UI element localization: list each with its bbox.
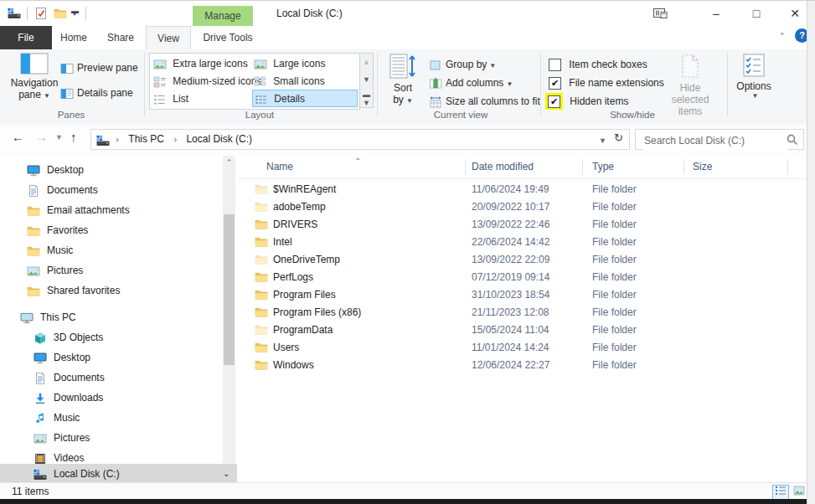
minimize-button[interactable]: – [697,1,735,26]
sidebar-item-shared-favorites[interactable]: Shared favorites [27,280,120,301]
sidebar-item-desktop[interactable]: Desktop [27,160,84,180]
scrollbar-thumb[interactable] [224,214,235,365]
item-check-boxes-checkbox[interactable]: Item check boxes [549,56,647,73]
touch-keyboard-icon[interactable] [653,8,668,19]
breadcrumb-chevron-icon[interactable]: › [114,130,121,149]
folder-icon [27,224,40,238]
collapse-ribbon-icon[interactable]: ⌃ [779,32,786,40]
refresh-icon[interactable]: ↻ [614,131,623,144]
file-name[interactable]: DRIVERS [273,216,317,234]
customize-dropdown-arrow[interactable]: ▼ [71,10,78,18]
preview-pane-button[interactable]: Preview pane [60,59,138,76]
file-name[interactable]: Users [273,339,299,357]
sidebar-item-documents-2[interactable]: Documents [34,368,105,388]
layout-extra-large-icons[interactable]: Extra large icons [153,55,248,72]
options-button[interactable]: Options ▼ [730,53,777,100]
sidebar-item-pictures[interactable]: Pictures [27,260,83,280]
back-icon[interactable]: ← [12,130,24,144]
file-name[interactable]: Intel [273,234,292,251]
search-icon[interactable] [787,134,798,146]
file-name[interactable]: Program Files [273,286,336,304]
file-row[interactable]: DRIVERS 13/09/2022 22:46 File folder [237,216,807,234]
column-headers: ⌃ Name Date modified Type Size [237,156,807,179]
file-row[interactable]: Windows 12/06/2024 22:27 File folder [237,357,807,374]
column-header-date-modified[interactable]: Date modified [472,156,534,178]
search-input[interactable] [642,131,788,150]
breadcrumb-local-disk[interactable]: Local Disk (C:) [181,130,257,149]
hidden-items-checkbox[interactable]: ✔ Hidden items [545,93,628,110]
file-row[interactable]: Program Files 31/10/2023 18:54 File fold… [237,286,807,304]
file-row[interactable]: Users 11/01/2024 14:24 File folder [237,339,807,357]
search-box[interactable] [635,129,804,150]
layout-more-icon[interactable]: ▬▼ [360,90,373,107]
breadcrumb-this-pc[interactable]: This PC [123,130,169,149]
sidebar-item-pictures-2[interactable]: Pictures [34,428,90,448]
add-columns-button[interactable]: Add columns▼ [429,75,513,91]
layout-details-selected[interactable]: Details [252,90,358,107]
column-header-name[interactable]: Name [266,156,293,178]
sort-by-button[interactable]: Sort by▼ [384,53,422,105]
file-name[interactable]: $WinREAgent [273,181,336,198]
tab-home[interactable]: Home [52,26,95,49]
folder-icon [27,285,40,298]
tab-view[interactable]: View [146,26,191,49]
file-row[interactable]: ProgramData 15/05/2024 11:04 File folder [237,321,807,339]
maximize-button[interactable]: □ [737,1,776,26]
contextual-tab-header: Manage [193,6,253,26]
file-name[interactable]: ProgramData [273,321,333,339]
scrollbar-down-icon[interactable]: ⌄ [223,464,230,484]
layout-small-icons[interactable]: Small icons [254,73,325,90]
details-view-toggle[interactable] [772,485,789,500]
sidebar-item-music[interactable]: Music [27,240,73,260]
sidebar-item-desktop-2[interactable]: Desktop [34,347,90,368]
recent-locations-icon[interactable]: ▼ [55,133,63,141]
layout-scroll-down-icon[interactable]: ▼ [360,71,373,89]
size-columns-button[interactable]: Size all columns to fit [429,93,540,110]
sidebar-item-downloads[interactable]: Downloads [34,388,103,408]
layout-scroll-up-icon[interactable]: ▲ [360,54,373,71]
sidebar-item-favorites[interactable]: Favorites [27,220,88,240]
sidebar-item-this-pc[interactable]: This PC [20,307,76,327]
tab-share[interactable]: Share [95,26,146,49]
file-row[interactable]: PerfLogs 07/12/2019 09:14 File folder [237,269,807,286]
file-row[interactable]: $WinREAgent 11/06/2024 19:49 File folder [237,181,807,198]
layout-large-icons[interactable]: Large icons [254,55,325,72]
forward-icon[interactable]: → [35,130,48,144]
up-icon[interactable]: ↑ [70,130,77,144]
address-bar[interactable]: › This PC › Local Disk (C:) ▼ ↻ [90,129,630,150]
new-folder-icon[interactable] [54,7,67,20]
file-name[interactable]: Windows [273,357,314,374]
sidebar-item-documents[interactable]: Documents [27,180,98,200]
desktop-icon [27,164,40,177]
file-type: File folder [592,286,637,304]
tab-file[interactable]: File [0,26,52,49]
size-columns-icon [429,95,442,109]
properties-icon[interactable] [34,7,48,20]
navigation-pane-button[interactable]: Navigation pane▼ [10,53,59,100]
group-by-button[interactable]: Group by▼ [429,56,496,73]
thumbnail-view-toggle[interactable] [791,485,807,500]
sidebar-item-local-disk-selected[interactable]: Local Disk (C:) ⌄ [0,464,237,484]
breadcrumb-chevron-icon[interactable]: › [172,130,178,149]
file-name[interactable]: Program Files (x86) [273,304,361,321]
layout-medium-icons[interactable]: Medium-sized icons [153,73,261,90]
file-name[interactable]: PerfLogs [273,269,313,286]
file-name[interactable]: OneDriveTemp [273,251,340,269]
sidebar-item-3d-objects[interactable]: 3D Objects [34,327,103,347]
file-row[interactable]: Program Files (x86) 21/11/2023 12:08 Fil… [237,304,807,321]
layout-list[interactable]: List [153,90,188,107]
file-row[interactable]: adobeTemp 20/09/2022 10:17 File folder [237,198,807,216]
scrollbar-up-icon[interactable]: ⌃ [223,156,235,169]
sidebar-item-music-2[interactable]: Music [34,408,80,428]
file-name[interactable]: adobeTemp [273,198,326,216]
sidebar-scrollbar[interactable]: ⌃ [223,156,235,464]
sidebar-item-email-attachments[interactable]: Email attachments [27,200,130,220]
file-name-extensions-checkbox[interactable]: ✔ File name extensions [549,75,664,91]
file-row[interactable]: OneDriveTemp 13/09/2022 22:09 File folde… [237,251,807,269]
column-header-size[interactable]: Size [693,156,712,178]
tab-drive-tools[interactable]: Drive Tools [191,26,265,49]
file-row[interactable]: Intel 22/06/2024 14:42 File folder [237,234,807,251]
details-pane-button[interactable]: Details pane [60,85,133,101]
column-header-type[interactable]: Type [592,156,614,178]
address-dropdown-icon[interactable]: ▼ [599,136,606,145]
